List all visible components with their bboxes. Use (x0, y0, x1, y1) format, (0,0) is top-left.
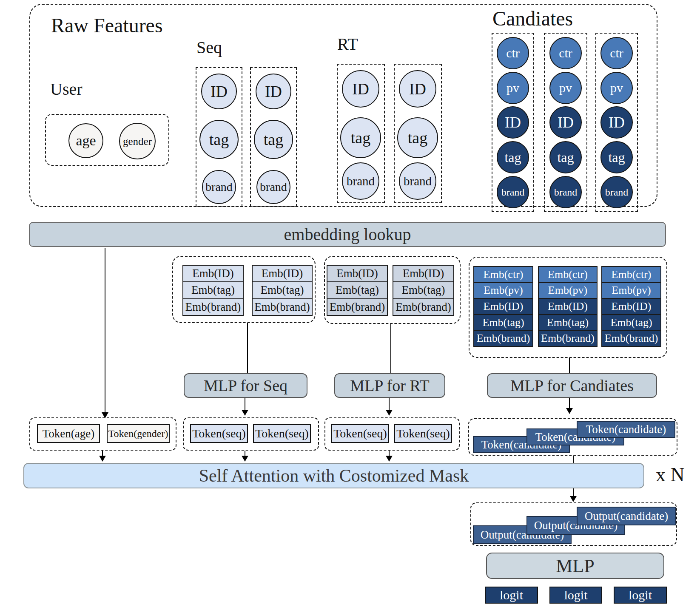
node-label: ID (211, 83, 228, 99)
emb-cell: Emb(ID) (539, 298, 597, 314)
raw-features-title: Raw Features (51, 15, 163, 36)
seq-token-box-1: Token(seq) (190, 424, 248, 443)
emb-cell: Emb(tag) (327, 281, 387, 298)
emb-cell: Emb(ID) (474, 298, 532, 314)
cand1-pv-node: pv (497, 72, 529, 104)
rt-emb-table-1: Emb(ID) Emb(tag) Emb(brand) (327, 265, 388, 316)
node-label: gender (123, 136, 152, 147)
emb-cell: Emb(tag) (183, 281, 243, 298)
cand2-id-node: ID (549, 106, 582, 139)
emb-cell: Emb(brand) (183, 298, 243, 315)
cand-token-to-attn-line (573, 456, 574, 463)
emb-cell: Emb(tag) (539, 314, 597, 330)
cand1-ctr-node: ctr (497, 37, 529, 69)
node-label: brand (605, 187, 629, 197)
node-label: tag (557, 150, 574, 164)
emb-cell: Emb(ID) (393, 266, 453, 281)
node-label: pv (559, 82, 572, 94)
emb-cell: Emb(brand) (602, 330, 660, 346)
rt-emb-to-mlp-line (390, 324, 391, 373)
cand-emb-table-2: Emb(ctr) Emb(pv) Emb(ID) Emb(tag) Emb(br… (538, 266, 598, 347)
cand2-ctr-node: ctr (549, 37, 582, 69)
cand-emb-table-1: Emb(ctr) Emb(pv) Emb(ID) Emb(tag) Emb(br… (473, 266, 533, 347)
cand3-pv-node: pv (600, 72, 633, 104)
seq-emb-to-mlp-line (247, 323, 248, 373)
repeat-n-label: x N (656, 465, 685, 485)
node-label: brand (347, 175, 375, 187)
node-label: tag (504, 150, 521, 164)
cand3-ctr-node: ctr (600, 37, 633, 69)
token-label: Token(candidate) (586, 424, 666, 435)
emb-cell: Emb(brand) (393, 298, 453, 315)
user-token-to-attn-arrowhead (99, 456, 106, 462)
logit-box-3: logit (614, 587, 667, 604)
token-label: Token(seq) (333, 428, 387, 440)
node-label: tag (351, 130, 370, 146)
emb-cell: Emb(pv) (474, 282, 532, 298)
rt2-brand-node: brand (399, 162, 436, 200)
cand1-id-node: ID (497, 106, 529, 139)
node-label: ID (265, 83, 282, 99)
emb-cell: Emb(brand) (253, 298, 312, 315)
rt-group-label: RT (337, 36, 358, 53)
token-gender-box: Token(gender) (107, 424, 170, 443)
emb-cell: Emb(ID) (327, 266, 387, 281)
cand-emb-to-mlp-line (569, 358, 570, 373)
emb-cell: Emb(ctr) (539, 267, 597, 282)
mlp-label: MLP for Candiates (510, 376, 634, 395)
emb-cell: Emb(tag) (474, 314, 532, 330)
node-label: brand (260, 181, 287, 193)
node-label: pv (610, 82, 623, 94)
seq-emb-table-2: Emb(ID) Emb(tag) Emb(brand) (252, 265, 313, 316)
embedding-lookup-bar: embedding lookup (29, 222, 666, 247)
mlp-for-candidates-box: MLP for Candiates (487, 373, 657, 398)
logit-box-2: logit (549, 587, 602, 604)
emb-cell: Emb(ID) (183, 266, 243, 281)
node-label: tag (608, 150, 625, 164)
seq-emb-table-1: Emb(ID) Emb(tag) Emb(brand) (182, 265, 244, 316)
emb-cell: Emb(brand) (539, 330, 597, 346)
candidate-token-box-3: Token(candidate) (577, 421, 675, 438)
emb-cell: Emb(tag) (393, 281, 453, 298)
cand2-pv-node: pv (549, 72, 582, 104)
node-label: tag (264, 131, 283, 147)
user-age-node: age (68, 123, 103, 158)
emb-cell: Emb(ID) (253, 266, 312, 281)
cand1-brand-node: brand (497, 176, 529, 208)
rt-token-box-2: Token(seq) (394, 424, 452, 443)
node-label: ID (505, 115, 521, 130)
seq2-tag-node: tag (254, 120, 293, 159)
logit-label: logit (629, 589, 652, 601)
cand1-tag-node: tag (497, 141, 529, 173)
rt-mlp-to-token-arrowhead (386, 410, 393, 416)
node-label: ID (609, 115, 625, 130)
user-group-label: User (50, 81, 83, 98)
mlp-label: MLP for RT (350, 376, 429, 395)
node-label: ID (352, 81, 369, 97)
rt1-id-node: ID (342, 70, 379, 108)
node-label: ID (558, 115, 574, 130)
mlp-for-seq-box: MLP for Seq (184, 373, 307, 398)
user-gender-node: gender (119, 123, 156, 159)
self-attention-label: Self Attention with Costomized Mask (199, 465, 469, 486)
cand-emb-table-3: Emb(ctr) Emb(pv) Emb(ID) Emb(tag) Emb(br… (601, 266, 661, 347)
cand3-id-node: ID (600, 106, 633, 139)
seq-token-to-attn-arrowhead (242, 456, 248, 462)
logit-label: logit (564, 589, 587, 601)
seq-token-box-2: Token(seq) (253, 424, 311, 443)
node-label: age (76, 133, 96, 148)
cand-mlp-to-token-line (569, 398, 570, 408)
node-label: brand (554, 187, 578, 197)
emb-cell: Emb(ctr) (474, 267, 532, 282)
candidate-output-box-3: Output(candidate) (577, 507, 676, 525)
node-label: brand (501, 187, 525, 197)
self-attention-bar: Self Attention with Costomized Mask (23, 463, 644, 488)
attn-to-output-arrowhead (570, 496, 577, 502)
node-label: brand (205, 181, 233, 193)
emb-cell: Emb(tag) (602, 314, 660, 330)
emb-cell: Emb(brand) (327, 298, 387, 315)
seq1-id-node: ID (201, 74, 237, 109)
node-label: tag (209, 131, 229, 147)
rt-token-to-attn-arrowhead (386, 456, 393, 462)
cand3-tag-node: tag (600, 141, 633, 173)
